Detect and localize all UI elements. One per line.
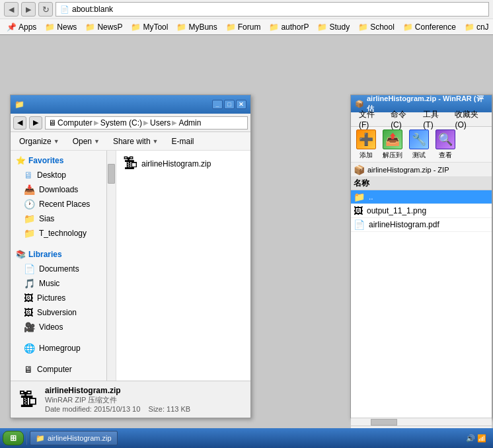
browser-toolbar: ◀ ▶ ↻ 📄 about:blank	[0, 0, 493, 19]
bookmark-forum[interactable]: 📁Forum	[222, 21, 265, 33]
sidebar-item-recent[interactable]: 🕐 Recent Places	[11, 197, 116, 211]
file-item-airlinehistogram[interactable]: 🗜 airlineHistogram.zip	[119, 153, 248, 174]
open-button[interactable]: Open ▼	[67, 135, 106, 148]
winrar-toolbar: ➕ 添加 📤 解压到 🔧 测试 🔍 查看	[351, 127, 492, 163]
bookmark-newsp[interactable]: 📁NewsP	[81, 21, 126, 33]
downloads-icon: 📥	[24, 184, 35, 195]
rar-file-item-png[interactable]: 🖼 output_11_1.png	[351, 204, 492, 218]
taskbar: ⊞ 📁 airlineHistogram.zip 🔊 📶	[0, 428, 493, 448]
bookmark-apps[interactable]: 📌Apps	[3, 21, 40, 33]
sidebar-item-homegroup[interactable]: 🌐 Homegroup	[11, 341, 116, 355]
mybuns-icon: 📁	[176, 22, 186, 32]
winrar-window: 📦 airlineHistogram.zip - WinRAR (评估 文件(F…	[350, 94, 492, 418]
documents-label: Documents	[39, 264, 79, 274]
test-icon: 🔧	[409, 130, 429, 149]
sidebar-item-ttechnology[interactable]: 📁 T_technology	[11, 226, 116, 241]
sidebar-item-computer[interactable]: 🖥 Computer	[11, 362, 116, 377]
explorer-forward-button[interactable]: ▶	[29, 116, 42, 130]
study-label: Study	[329, 22, 350, 32]
rar-file-item-dotdot[interactable]: 📁 ..	[351, 190, 492, 204]
bookmark-cnj[interactable]: 📁cnJ	[461, 21, 493, 33]
bookmark-mytool[interactable]: 📁MyTool	[127, 21, 172, 33]
bookmark-study[interactable]: 📁Study	[313, 21, 354, 33]
explorer-back-button[interactable]: ◀	[13, 116, 26, 130]
winrar-extract-button[interactable]: 📤 解压到	[380, 128, 405, 161]
forward-button[interactable]: ▶	[21, 2, 36, 17]
address-bar[interactable]: 📄 about:blank	[56, 2, 489, 17]
downloads-label: Downloads	[39, 185, 78, 194]
mybuns-label: MyBuns	[188, 22, 217, 32]
dotdot-label: ..	[369, 192, 373, 202]
path-text: airlineHistogram.zip - ZIP	[367, 166, 449, 174]
sidebar-item-pictures[interactable]: 🖼 Pictures	[11, 291, 116, 305]
sidebar-scrollbar-thumb[interactable]	[108, 164, 115, 184]
bookmark-conference[interactable]: 📁Conference	[399, 21, 460, 33]
libraries-label: Libraries	[28, 250, 62, 259]
sidebar-item-music[interactable]: 🎵 Music	[11, 276, 116, 291]
mytool-icon: 📁	[131, 22, 141, 32]
back-button[interactable]: ◀	[4, 2, 19, 17]
winrar-add-button[interactable]: ➕ 添加	[354, 128, 379, 161]
sidebar-item-sias[interactable]: 📁 Sias	[11, 211, 116, 226]
forum-label: Forum	[238, 22, 261, 32]
winrar-list-header: 名称	[351, 177, 492, 190]
breadcrumb[interactable]: 🖥 Computer ▶ System (C:) ▶ Users ▶ Admin	[45, 116, 248, 130]
taskbar-item-explorer[interactable]: 📁 airlineHistogram.zip	[30, 431, 118, 445]
computer-icon: 🖥	[24, 364, 33, 375]
refresh-button[interactable]: ↻	[38, 2, 53, 17]
organize-button[interactable]: Organize ▼	[13, 135, 65, 148]
conference-icon: 📁	[403, 22, 413, 32]
explorer-titlebar: 📁 _ □ ✕	[11, 95, 250, 114]
organize-label: Organize	[19, 137, 52, 146]
png-label: output_11_1.png	[367, 206, 426, 215]
winrar-hscroll[interactable]	[351, 418, 492, 426]
bookmarks-bar: 📌Apps📁News📁NewsP📁MyTool📁MyBuns📁Forum📁aut…	[0, 19, 493, 34]
recent-icon: 🕐	[24, 199, 35, 209]
bookmark-mybuns[interactable]: 📁MyBuns	[172, 21, 221, 33]
ttechnology-label: T_technology	[39, 229, 87, 238]
test-label: 测试	[412, 151, 426, 160]
conference-label: Conference	[415, 22, 456, 32]
sias-icon: 📁	[24, 213, 35, 224]
homegroup-icon: 🌐	[24, 343, 35, 354]
hscroll-thumb[interactable]	[371, 419, 397, 426]
sidebar-item-videos[interactable]: 🎥 Videos	[11, 320, 116, 334]
share-with-button[interactable]: Share with ▼	[107, 135, 165, 148]
pdf-label: airlineHistogram.pdf	[369, 220, 439, 229]
maximize-button[interactable]: □	[224, 100, 235, 109]
libraries-icon: 📚	[16, 250, 26, 259]
explorer-address-bar: ◀ ▶ 🖥 Computer ▶ System (C:) ▶ Users ▶ A…	[11, 114, 250, 132]
rar-file-item-pdf[interactable]: 📄 airlineHistogram.pdf	[351, 218, 492, 232]
desktop-icon: 🖥	[24, 170, 33, 180]
bookmark-authorp[interactable]: 📁authorP	[265, 21, 313, 33]
documents-icon: 📄	[24, 264, 35, 274]
start-button[interactable]: ⊞	[3, 431, 24, 445]
status-date: Date modified: 2015/10/13 10	[45, 405, 140, 413]
sidebar-item-subversion[interactable]: 🖼 Subversion	[11, 305, 116, 320]
cnj-label: cnJ	[476, 22, 489, 32]
breadcrumb-drive: System (C:)	[100, 118, 142, 128]
minimize-button[interactable]: _	[212, 100, 223, 109]
explorer-body: ⭐ Favorites 🖥 Desktop 📥 Downloads 🕐 Rece…	[11, 151, 250, 418]
videos-label: Videos	[39, 322, 63, 332]
breadcrumb-icon: 🖥	[48, 118, 56, 128]
pdf-icon: 📄	[354, 219, 365, 230]
organize-arrow: ▼	[54, 138, 59, 145]
winrar-view-button[interactable]: 🔍 查看	[433, 128, 458, 161]
email-button[interactable]: E-mail	[166, 135, 200, 148]
close-button[interactable]: ✕	[236, 100, 246, 109]
recent-label: Recent Places	[39, 200, 90, 209]
winrar-test-button[interactable]: 🔧 测试	[406, 128, 432, 161]
bookmark-school[interactable]: 📁School	[354, 21, 398, 33]
breadcrumb-admin: Admin	[178, 118, 201, 128]
bookmark-news[interactable]: 📁News	[41, 21, 81, 33]
sidebar-item-documents[interactable]: 📄 Documents	[11, 262, 116, 276]
explorer-window: 📁 _ □ ✕ ◀ ▶ 🖥 Computer ▶ System (C:) ▶ U…	[10, 94, 251, 418]
open-arrow: ▼	[94, 138, 100, 145]
sidebar-item-downloads[interactable]: 📥 Downloads	[11, 182, 116, 197]
status-size: Size: 113 KB	[149, 405, 191, 413]
sidebar-item-desktop[interactable]: 🖥 Desktop	[11, 168, 116, 182]
authorp-icon: 📁	[269, 22, 279, 32]
ttechnology-icon: 📁	[24, 228, 35, 239]
explorer-sidebar: ⭐ Favorites 🖥 Desktop 📥 Downloads 🕐 Rece…	[11, 151, 116, 418]
